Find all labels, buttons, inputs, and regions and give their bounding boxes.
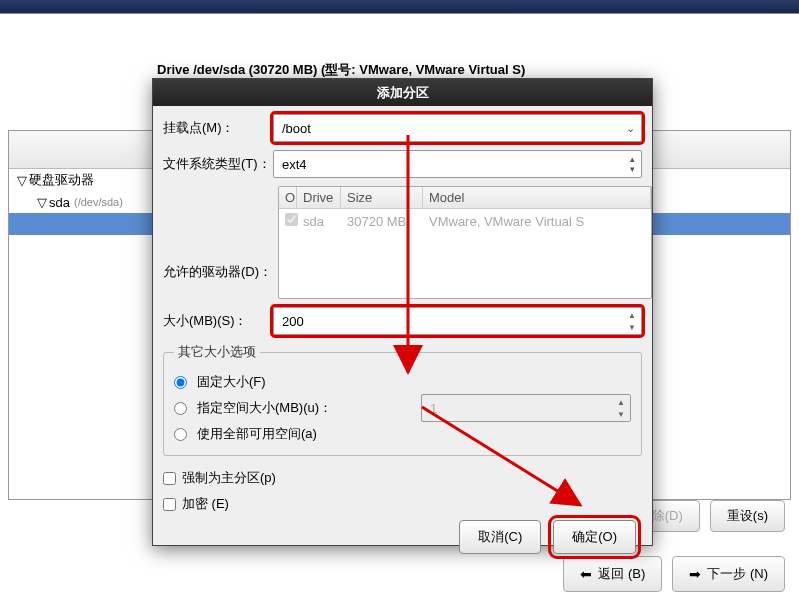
add-partition-dialog: 添加分区 挂载点(M)： /boot ⌄ 文件系统类型(T)： ext4 ▴▾ … — [152, 78, 653, 546]
fs-type-combo[interactable]: ext4 ▴▾ — [273, 150, 642, 178]
upto-size-input: 1 ▲▼ — [421, 394, 631, 422]
window-title-bar — [0, 0, 799, 14]
radio-upto[interactable] — [174, 402, 187, 415]
col-check: O — [279, 187, 297, 208]
size-label: 大小(MB)(S)： — [163, 312, 273, 330]
next-label: 下一步 (N) — [707, 565, 768, 583]
drive-summary: Drive /dev/sda (30720 MB) (型号: VMware, V… — [157, 61, 525, 79]
upto-size-value: 1 — [430, 401, 437, 416]
drive-name: sda — [297, 211, 341, 232]
tree-disk-label: sda — [49, 195, 70, 210]
drive-size: 30720 MB — [341, 211, 423, 232]
fs-type-value: ext4 — [282, 157, 307, 172]
radio-fill-label: 使用全部可用空间(a) — [197, 425, 317, 443]
chk-primary-label: 强制为主分区(p) — [182, 469, 276, 487]
other-size-fieldset: 其它大小选项 固定大小(F) 指定空间大小(MB)(u)： 1 ▲▼ 使用全部可… — [163, 343, 642, 456]
chk-encrypt[interactable] — [163, 498, 176, 511]
col-drive: Drive — [297, 187, 341, 208]
ok-button[interactable]: 确定(O) — [553, 520, 636, 554]
radio-fixed-label: 固定大小(F) — [197, 373, 266, 391]
allowable-drives-label: 允许的驱动器(D)： — [163, 263, 272, 281]
spin-arrows[interactable]: ▲▼ — [625, 309, 639, 333]
updown-icon: ▴▾ — [630, 154, 635, 174]
col-size: Size — [341, 187, 423, 208]
size-input[interactable]: 200 ▲▼ — [273, 307, 642, 335]
cancel-button[interactable]: 取消(C) — [459, 520, 541, 554]
next-button[interactable]: ➡ 下一步 (N) — [672, 556, 785, 592]
mount-point-value: /boot — [282, 121, 311, 136]
other-size-legend: 其它大小选项 — [174, 343, 260, 361]
drive-row[interactable]: sda 30720 MB VMware, VMware Virtual S — [279, 209, 651, 233]
tree-disk-path: (/dev/sda) — [74, 196, 123, 208]
caret-down-icon: ▽ — [37, 195, 49, 210]
arrow-right-icon: ➡ — [689, 566, 701, 582]
col-model: Model — [423, 187, 651, 208]
caret-down-icon: ▽ — [17, 173, 29, 188]
drive-model: VMware, VMware Virtual S — [423, 211, 651, 232]
back-label: 返回 (B) — [598, 565, 645, 583]
chk-encrypt-label: 加密 (E) — [182, 495, 229, 513]
dialog-title: 添加分区 — [153, 79, 652, 106]
reset-button[interactable]: 重设(s) — [710, 500, 785, 532]
arrow-left-icon: ⬅ — [580, 566, 592, 582]
radio-fixed[interactable] — [174, 376, 187, 389]
fs-type-label: 文件系统类型(T)： — [163, 155, 273, 173]
allowable-drives-list: O Drive Size Model sda 30720 MB VMware, … — [278, 186, 652, 299]
mount-point-combo[interactable]: /boot ⌄ — [273, 114, 642, 142]
mount-point-label: 挂载点(M)： — [163, 119, 273, 137]
radio-fill[interactable] — [174, 428, 187, 441]
chevron-down-icon: ⌄ — [626, 122, 635, 135]
tree-root-label: 硬盘驱动器 — [29, 171, 94, 189]
size-value: 200 — [282, 314, 304, 329]
radio-upto-label: 指定空间大小(MB)(u)： — [197, 399, 332, 417]
chk-primary[interactable] — [163, 472, 176, 485]
